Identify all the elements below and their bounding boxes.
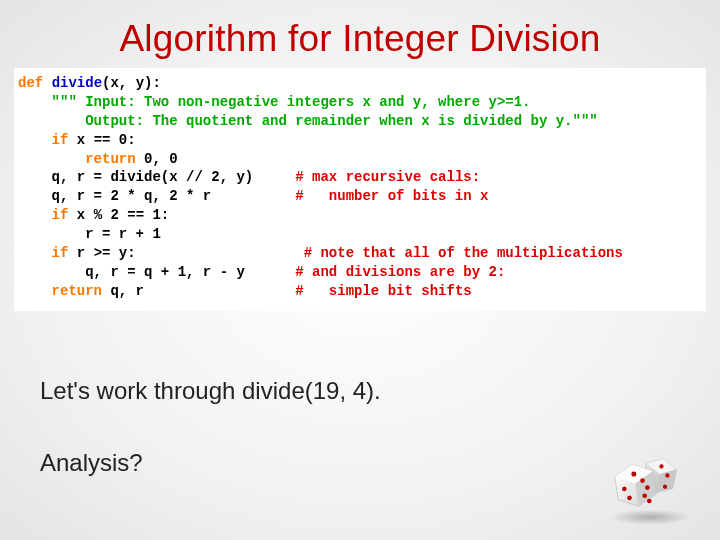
- kw-if: if: [18, 132, 68, 148]
- fn-name: divide: [52, 75, 102, 91]
- kw-return: return: [18, 283, 102, 299]
- code-block: def divide(x, y): """ Input: Two non-neg…: [14, 68, 706, 311]
- code-text: q, r = 2 * q, 2 * r: [18, 188, 211, 204]
- kw-if: if: [18, 245, 68, 261]
- slide: Algorithm for Integer Division def divid…: [0, 0, 720, 540]
- code-text: x % 2 == 1:: [68, 207, 169, 223]
- slide-title: Algorithm for Integer Division: [14, 18, 706, 60]
- code-text: q, r = q + 1, r - y: [18, 264, 245, 280]
- comment: # and divisions are by 2:: [245, 264, 505, 280]
- code-text: r >= y:: [68, 245, 135, 261]
- body-line-1: Let's work through divide(19, 4).: [40, 373, 706, 409]
- dice-icon: [602, 448, 698, 526]
- comment: # simple bit shifts: [144, 283, 472, 299]
- code-text: r = r + 1: [18, 226, 161, 242]
- code-text: 0, 0: [136, 151, 178, 167]
- comment: # note that all of the multiplications: [136, 245, 623, 261]
- code-text: q, r = divide(x // 2, y): [18, 169, 253, 185]
- kw-return: return: [18, 151, 136, 167]
- code-text: (x, y):: [102, 75, 161, 91]
- docstring-2: Output: The quotient and remainder when …: [18, 113, 598, 129]
- code-text: x == 0:: [68, 132, 135, 148]
- comment: # number of bits in x: [211, 188, 488, 204]
- docstring-1: """ Input: Two non-negative integers x a…: [18, 94, 530, 110]
- kw-def: def: [18, 75, 43, 91]
- svg-point-0: [610, 509, 691, 524]
- comment: # max recursive calls:: [253, 169, 480, 185]
- kw-if: if: [18, 207, 68, 223]
- code-text: q, r: [102, 283, 144, 299]
